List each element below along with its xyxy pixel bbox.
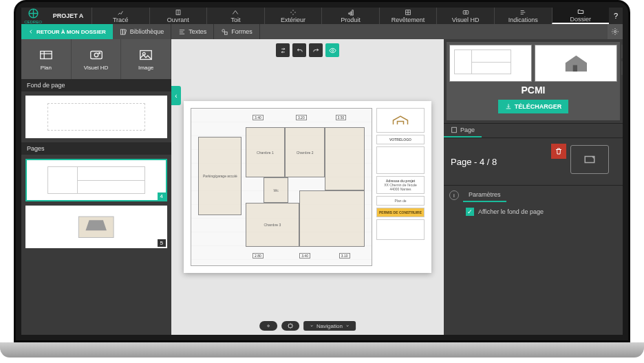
page-number-label: Page - 4 / 8 <box>451 157 497 167</box>
svg-point-7 <box>222 29 225 32</box>
dossier-preview: PCMI TÉLÉCHARGER <box>447 42 620 120</box>
back-button[interactable]: RETOUR À MON DOSSIER <box>21 24 113 39</box>
sub-textes[interactable]: Textes <box>171 24 214 39</box>
page-thumb-5[interactable]: 5 <box>25 206 167 248</box>
checkbox-checked-icon: ✓ <box>466 208 474 216</box>
svg-rect-5 <box>120 29 122 34</box>
right-tabs: Page <box>444 123 623 138</box>
menu-indications[interactable]: Indications <box>494 8 552 24</box>
section-fond-de-page: Fond de page <box>21 79 171 91</box>
navigation-pill[interactable]: Navigation <box>303 321 356 331</box>
svg-point-4 <box>464 11 466 13</box>
info-icon[interactable]: i <box>449 190 459 200</box>
page-orientation-thumb[interactable] <box>570 145 609 174</box>
dossier-delete-icon[interactable] <box>621 61 623 75</box>
canvas-status-bar: Navigation <box>259 321 356 331</box>
room-2: Chambre 2 <box>285 127 325 177</box>
svg-rect-24 <box>452 127 457 133</box>
tool-redo[interactable] <box>309 43 323 57</box>
status-center[interactable] <box>281 321 299 331</box>
menu-trace[interactable]: Tracé <box>92 8 149 24</box>
floor-plan: Parking/garage accolé Chambre 1 Chambre … <box>191 108 372 266</box>
right-panel: PCMI TÉLÉCHARGER Pag <box>444 39 623 335</box>
svg-rect-6 <box>122 29 125 34</box>
status-visibility[interactable] <box>259 321 277 331</box>
preview-page-2[interactable] <box>535 45 617 82</box>
canvas-toolbar <box>276 43 339 57</box>
svg-point-12 <box>94 53 98 57</box>
svg-rect-10 <box>41 52 52 59</box>
room-corridor <box>325 127 365 190</box>
menu-ouvrant[interactable]: Ouvrant <box>149 8 207 24</box>
room-living <box>299 190 364 247</box>
left-panel: Plan Visuel HD Image ‹ Fond de page <box>21 39 171 335</box>
preview-page-1[interactable] <box>449 45 532 82</box>
title-block: VOTRELOGO Adresse du projetXX Chemin de … <box>376 108 425 266</box>
project-name: PROJET A <box>45 8 92 24</box>
delete-page-button[interactable] <box>551 144 566 159</box>
page-settings-tabs: i Paramètres <box>444 185 623 205</box>
svg-marker-17 <box>86 220 107 230</box>
show-bg-label: Afficher le fond de page <box>478 208 544 215</box>
svg-rect-8 <box>225 32 228 34</box>
sub-formes[interactable]: Formes <box>214 24 260 39</box>
svg-rect-22 <box>572 65 577 72</box>
room-3: Chambre 3 <box>246 203 300 247</box>
insert-plan[interactable]: Plan <box>21 39 72 79</box>
tab-page[interactable]: Page <box>444 124 482 138</box>
section-pages: Pages <box>21 142 171 155</box>
sub-bibliotheque[interactable]: Bibliothèque <box>113 24 172 39</box>
settings-icon[interactable] <box>608 24 623 39</box>
brand-logo: CEDREO <box>21 8 45 24</box>
room-garage: Parking/garage accolé <box>198 137 242 215</box>
tool-visibility[interactable] <box>325 43 339 57</box>
insert-toolbar: Plan Visuel HD Image <box>21 39 171 79</box>
bg-template-thumb[interactable] <box>25 96 167 138</box>
canvas-area[interactable]: Parking/garage accolé Chambre 1 Chambre … <box>171 39 444 335</box>
dossier-title: PCMI <box>449 85 617 96</box>
room-wc: Wc <box>264 177 289 202</box>
help-button[interactable]: ? <box>609 8 623 24</box>
collapse-left-panel[interactable]: ‹ <box>171 86 181 105</box>
tab-parametres[interactable]: Paramètres <box>463 188 506 202</box>
menu-exterieur[interactable]: Extérieur <box>264 8 322 24</box>
tool-undo[interactable] <box>292 43 306 57</box>
svg-point-13 <box>98 52 100 54</box>
svg-point-18 <box>332 50 334 52</box>
svg-point-19 <box>268 325 270 327</box>
insert-visuel-hd[interactable]: Visuel HD <box>72 39 122 79</box>
page-thumb-4[interactable]: 4 <box>25 159 167 201</box>
top-menu-bar: CEDREO PROJET A Tracé Ouvrant Toit Extér… <box>21 8 623 24</box>
insert-image[interactable]: Image <box>121 39 171 79</box>
show-background-option[interactable]: ✓ Afficher le fond de page <box>444 205 623 219</box>
svg-point-9 <box>614 31 616 33</box>
menu-produit[interactable]: Produit <box>321 8 379 24</box>
svg-rect-11 <box>90 52 102 59</box>
room-1: Chambre 1 <box>246 127 286 177</box>
menu-toit[interactable]: Toit <box>206 8 264 24</box>
sub-menu-bar: RETOUR À MON DOSSIER Bibliothèque Textes… <box>21 24 623 39</box>
page-document: Parking/garage accolé Chambre 1 Chambre … <box>184 101 431 273</box>
tool-swap[interactable] <box>276 43 290 57</box>
dossier-settings-icon[interactable] <box>621 45 623 58</box>
menu-revetement[interactable]: Revêtement <box>379 8 437 24</box>
svg-rect-3 <box>463 10 469 14</box>
svg-rect-20 <box>289 324 292 328</box>
download-button[interactable]: TÉLÉCHARGER <box>498 100 569 113</box>
menu-dossier[interactable]: Dossier <box>552 8 610 24</box>
menu-visuel-hd[interactable]: Visuel HD <box>436 8 494 24</box>
